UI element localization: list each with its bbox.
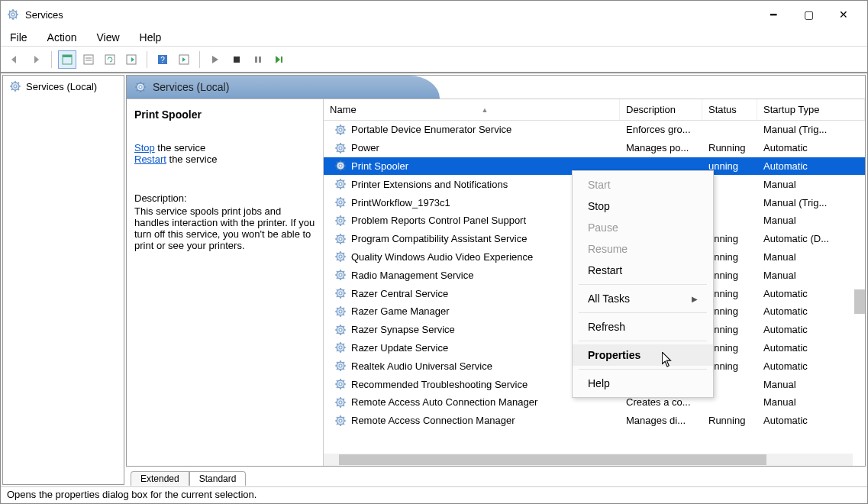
tree-root[interactable]: Services (Local): [6, 79, 121, 94]
toolbar: ?: [1, 47, 867, 73]
menubar: File Action View Help: [1, 28, 867, 47]
menu-action[interactable]: Action: [44, 30, 80, 45]
stop-link[interactable]: Stop: [134, 142, 155, 153]
statusbar: Opens the properties dialog box for the …: [1, 486, 867, 503]
service-name: PrintWorkflow_1973c1: [351, 197, 450, 208]
service-type: Manual: [757, 251, 865, 263]
service-row[interactable]: Remote Access Connection ManagerManages …: [324, 412, 865, 430]
gear-icon: [334, 178, 347, 190]
gear-icon: [134, 81, 147, 93]
menu-all-tasks[interactable]: All Tasks▶: [573, 288, 713, 309]
service-type: Manual: [757, 396, 865, 408]
menu-start: Start: [573, 174, 713, 195]
service-name: Printer Extensions and Notifications: [351, 179, 508, 190]
service-name: Portable Device Enumerator Service: [351, 124, 511, 135]
col-status[interactable]: Status: [702, 99, 757, 120]
menu-view[interactable]: View: [93, 30, 122, 45]
gear-icon: [9, 80, 21, 92]
show-hide-tree-button[interactable]: [58, 50, 76, 69]
menu-resume: Resume: [573, 238, 713, 260]
view-tabs: Extended Standard: [126, 467, 866, 485]
menu-separator: [579, 341, 707, 341]
service-status: Running: [702, 415, 757, 426]
minimize-button[interactable]: ━: [756, 2, 791, 27]
toolbar-separator: [147, 51, 147, 68]
gear-icon: [334, 142, 347, 154]
menu-help[interactable]: Help: [137, 30, 165, 45]
right-pane: Services (Local) Print Spooler Stop the …: [126, 75, 866, 485]
menu-refresh[interactable]: Refresh: [573, 316, 713, 338]
svg-rect-11: [63, 55, 72, 57]
header-title: Services (Local): [153, 81, 229, 93]
menu-stop[interactable]: Stop: [573, 195, 713, 217]
col-startup-type[interactable]: Startup Type: [757, 99, 865, 120]
export-button[interactable]: [122, 50, 140, 69]
service-desc: Enforces gro...: [620, 124, 702, 135]
menu-file[interactable]: File: [7, 30, 31, 45]
gear-icon: [334, 160, 347, 172]
service-type: Manual (Trig...: [757, 197, 865, 208]
service-type: Manual: [757, 270, 865, 281]
service-name: Razer Update Service: [351, 342, 448, 354]
col-description[interactable]: Description: [620, 99, 702, 120]
menu-separator: [579, 312, 707, 313]
gear-icon: [334, 124, 347, 136]
service-status: Running: [702, 142, 757, 153]
help-button[interactable]: ?: [153, 50, 172, 69]
properties-button[interactable]: [79, 50, 98, 69]
menu-properties[interactable]: Properties: [573, 344, 713, 366]
chevron-right-icon: ▶: [692, 295, 698, 303]
service-type: Automatic: [757, 324, 865, 335]
pause-service-button[interactable]: [249, 50, 267, 69]
service-type: Automatic (D...: [757, 233, 865, 244]
gear-icon: [334, 287, 347, 299]
forward-button[interactable]: [27, 50, 45, 69]
stop-label-rest: the service: [155, 142, 205, 153]
refresh-button[interactable]: [101, 50, 119, 69]
help2-button[interactable]: [175, 50, 193, 69]
svg-rect-23: [281, 57, 282, 63]
restart-link[interactable]: Restart: [134, 153, 166, 165]
back-button[interactable]: [5, 50, 24, 69]
service-desc: Creates a co...: [620, 396, 702, 408]
menu-pause: Pause: [573, 217, 713, 238]
service-type: Manual (Trig...: [757, 124, 865, 135]
col-name[interactable]: Name▲: [324, 99, 620, 120]
gear-icon: [334, 215, 347, 227]
gear-icon: [334, 305, 347, 318]
service-row[interactable]: Portable Device Enumerator ServiceEnforc…: [324, 121, 865, 139]
service-type: Automatic: [757, 360, 865, 372]
svg-rect-20: [234, 57, 240, 63]
service-name: Razer Game Manager: [351, 305, 450, 317]
service-name: Realtek Audio Universal Service: [351, 360, 492, 372]
svg-text:?: ?: [160, 56, 165, 64]
services-window: Services ━ ▢ ✕ File Action View Help ?: [0, 0, 868, 504]
horizontal-scrollbar[interactable]: [324, 454, 853, 466]
menu-restart[interactable]: Restart: [573, 260, 713, 281]
start-service-button[interactable]: [206, 50, 224, 69]
window-title: Services: [25, 9, 756, 21]
vertical-scroll-indicator[interactable]: [854, 289, 865, 314]
menu-help[interactable]: Help: [573, 373, 713, 394]
service-name: Razer Synapse Service: [351, 324, 455, 335]
service-desc: Manages po...: [620, 142, 702, 153]
stop-service-button[interactable]: [227, 50, 246, 69]
tree-pane: Services (Local): [2, 75, 124, 485]
gear-icon: [334, 415, 347, 427]
gear-icon: [334, 341, 347, 354]
service-desc: Manages di...: [620, 415, 702, 426]
close-button[interactable]: ✕: [826, 2, 861, 27]
tab-extended[interactable]: Extended: [131, 471, 189, 486]
svg-rect-22: [259, 57, 261, 63]
service-row[interactable]: PowerManages po...RunningAutomatic: [324, 139, 865, 157]
gear-icon: [334, 378, 347, 390]
service-type: Automatic: [757, 342, 865, 354]
service-name: Power: [351, 142, 379, 153]
service-type: Automatic: [757, 160, 865, 172]
service-type: Manual: [757, 379, 865, 390]
restart-service-button[interactable]: [270, 50, 289, 69]
maximize-button[interactable]: ▢: [791, 2, 826, 27]
tab-standard[interactable]: Standard: [189, 471, 247, 486]
svg-rect-12: [84, 55, 93, 64]
app-icon: [7, 8, 19, 21]
